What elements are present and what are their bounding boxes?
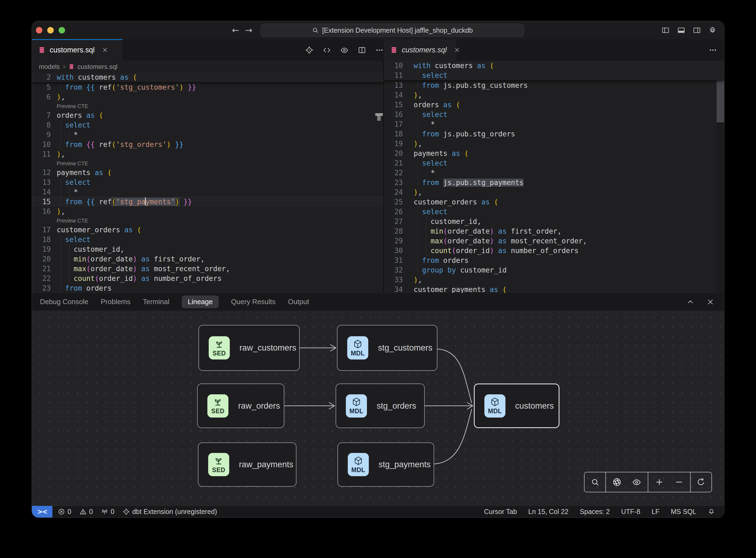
- code-line-21[interactable]: 21 select: [384, 158, 724, 168]
- code-line-21[interactable]: 21 max(order_date) as most_recent_order,: [32, 264, 383, 274]
- forward-button[interactable]: →: [245, 25, 253, 35]
- code-icon[interactable]: [323, 46, 331, 54]
- code-line-18[interactable]: 18 from js.pub.stg_orders: [384, 129, 724, 139]
- lineage-node-stg_customers[interactable]: MDL stg_customers: [337, 325, 437, 371]
- codelens-preview-cte[interactable]: Preview CTE: [32, 102, 383, 110]
- code-line-28[interactable]: 28 min(order_date) as first_order,: [384, 226, 724, 236]
- code-line-29[interactable]: 29 max(order_date) as most_recent_order,: [384, 236, 724, 246]
- panel-tab-terminal[interactable]: Terminal: [143, 296, 169, 308]
- dbt-icon[interactable]: [305, 46, 313, 54]
- code-line-6[interactable]: 6),: [32, 92, 383, 102]
- ellipsis-icon[interactable]: [709, 46, 717, 54]
- status-item[interactable]: MS SQL: [671, 508, 696, 515]
- code-line-30[interactable]: 30 count(order_id) as number_of_orders: [384, 246, 724, 255]
- layout-bottom-icon[interactable]: [677, 26, 685, 34]
- status-item[interactable]: Ln 15, Col 22: [528, 508, 569, 515]
- code-line-12[interactable]: 12payments as (: [32, 168, 383, 177]
- code-line-14[interactable]: 14 *: [32, 187, 383, 197]
- sticky-scroll[interactable]: 10with customers as (11 select: [384, 61, 724, 80]
- code-line-22[interactable]: 22 count(order_id) as number_of_orders: [32, 274, 383, 283]
- code-line-26[interactable]: 26 select: [384, 207, 724, 217]
- code-line-25[interactable]: 25customer_orders as (: [384, 197, 724, 207]
- refresh-button[interactable]: [692, 473, 709, 492]
- code-line-19[interactable]: 19 customer_id,: [32, 245, 383, 254]
- code-editor-content[interactable]: 13 from js.pub.stg_customers14),15orders…: [384, 80, 724, 293]
- panel-tab-query-results[interactable]: Query Results: [231, 296, 276, 308]
- editor-right[interactable]: 10with customers as (11 select 13 from j…: [384, 61, 724, 293]
- code-line-31[interactable]: 31 from orders: [384, 255, 724, 265]
- zoom-window-button[interactable]: [59, 27, 65, 33]
- code-line-15[interactable]: 15orders as (: [384, 100, 724, 110]
- status-item[interactable]: Cursor Tab: [484, 508, 517, 515]
- panel-tab-problems[interactable]: Problems: [101, 296, 130, 308]
- code-editor-content[interactable]: 5 from {{ ref('stg_customers') }}6),Prev…: [32, 82, 383, 293]
- status-item[interactable]: LF: [652, 508, 659, 515]
- code-line-19[interactable]: 19),: [384, 139, 724, 149]
- code-line-20[interactable]: 20payments as (: [384, 149, 724, 158]
- panel-tab-debug-console[interactable]: Debug Console: [40, 296, 88, 308]
- lineage-canvas[interactable]: SED raw_customers MDL stg_customers SED …: [32, 311, 724, 506]
- code-line-34[interactable]: 34customer_payments as (: [384, 285, 724, 293]
- code-line-16[interactable]: 16 select: [384, 110, 724, 119]
- code-line-8[interactable]: 8 select: [32, 120, 383, 130]
- eye-button[interactable]: [628, 473, 645, 492]
- status-item[interactable]: 0: [101, 508, 114, 515]
- code-line-13[interactable]: 13 select: [32, 177, 383, 187]
- lineage-node-raw_orders[interactable]: SED raw_orders: [197, 383, 284, 428]
- breadcrumb[interactable]: models › customers.sql: [32, 61, 383, 72]
- layout-right-icon[interactable]: [693, 26, 701, 34]
- code-line-20[interactable]: 20 min(order_date) as first_order,: [32, 254, 383, 264]
- tab-customers-sql[interactable]: customers.sql: [32, 39, 123, 61]
- status-item[interactable]: 0: [58, 508, 71, 515]
- code-line-23[interactable]: 23 from orders: [32, 283, 383, 293]
- gear-icon[interactable]: [708, 26, 716, 34]
- lineage-node-stg_payments[interactable]: MDL stg_payments: [338, 442, 434, 487]
- code-line-5[interactable]: 5 from {{ ref('stg_customers') }}: [32, 82, 383, 92]
- code-line-7[interactable]: 7orders as (: [32, 110, 383, 120]
- status-item[interactable]: [708, 508, 715, 515]
- status-item[interactable]: UTF-8: [621, 508, 641, 515]
- codelens-preview-cte[interactable]: Preview CTE: [32, 159, 383, 168]
- code-line-16[interactable]: 16),: [32, 207, 383, 216]
- lineage-node-raw_customers[interactable]: SED raw_customers: [199, 325, 300, 371]
- plus-button[interactable]: [651, 473, 668, 492]
- ellipsis-icon[interactable]: [375, 46, 384, 54]
- lineage-node-raw_payments[interactable]: SED raw_payments: [198, 442, 296, 487]
- code-line-27[interactable]: 27 customer_id,: [384, 217, 724, 226]
- back-button[interactable]: ←: [232, 25, 239, 35]
- lineage-node-customers[interactable]: MDL customers: [474, 383, 559, 428]
- minus-button[interactable]: [671, 473, 688, 492]
- code-line-15[interactable]: 15 from {{ ref('stg_payments') }}: [32, 197, 383, 207]
- panel-tab-output[interactable]: Output: [288, 296, 309, 308]
- code-line-14[interactable]: 14),: [384, 90, 724, 100]
- code-line-11[interactable]: 11),: [32, 149, 383, 159]
- code-line-17[interactable]: 17customer_orders as (: [32, 225, 383, 235]
- sticky-scroll[interactable]: 2with customers as (: [32, 72, 383, 82]
- layout-left-icon[interactable]: [661, 26, 670, 34]
- code-line-23[interactable]: 23 from js.pub.stg_payments: [384, 178, 724, 187]
- eye-icon[interactable]: [340, 46, 348, 54]
- code-line-9[interactable]: 9 *: [32, 130, 383, 140]
- remote-indicator[interactable]: ><: [32, 506, 52, 517]
- code-line-13[interactable]: 13 from js.pub.stg_customers: [384, 80, 724, 90]
- code-line-32[interactable]: 32 group by customer_id: [384, 265, 724, 275]
- code-line-10[interactable]: 10 from {{ ref('stg_orders') }}: [32, 140, 383, 149]
- code-line-2[interactable]: 2with customers as (: [32, 72, 383, 82]
- editor-left[interactable]: models › customers.sql 2with customers a…: [32, 61, 383, 293]
- close-window-button[interactable]: [36, 27, 43, 33]
- code-line-11[interactable]: 11 select: [384, 71, 724, 80]
- tab-customers-sql-preview[interactable]: customers.sql: [384, 39, 456, 61]
- chevron-up-icon[interactable]: [686, 298, 695, 306]
- code-line-17[interactable]: 17 *: [384, 119, 724, 129]
- lineage-node-stg_orders[interactable]: MDL stg_orders: [336, 383, 425, 428]
- close-icon[interactable]: [706, 298, 714, 306]
- code-line-10[interactable]: 10with customers as (: [384, 61, 724, 71]
- close-icon[interactable]: [102, 47, 108, 53]
- panel-tab-lineage[interactable]: Lineage: [182, 296, 219, 308]
- code-line-24[interactable]: 24),: [384, 187, 724, 197]
- minimize-window-button[interactable]: [47, 27, 54, 33]
- codelens-preview-cte[interactable]: Preview CTE: [32, 216, 383, 225]
- status-item[interactable]: 0: [79, 508, 93, 515]
- close-icon[interactable]: [454, 47, 460, 53]
- status-item[interactable]: dbt Extension (unregistered): [123, 508, 217, 515]
